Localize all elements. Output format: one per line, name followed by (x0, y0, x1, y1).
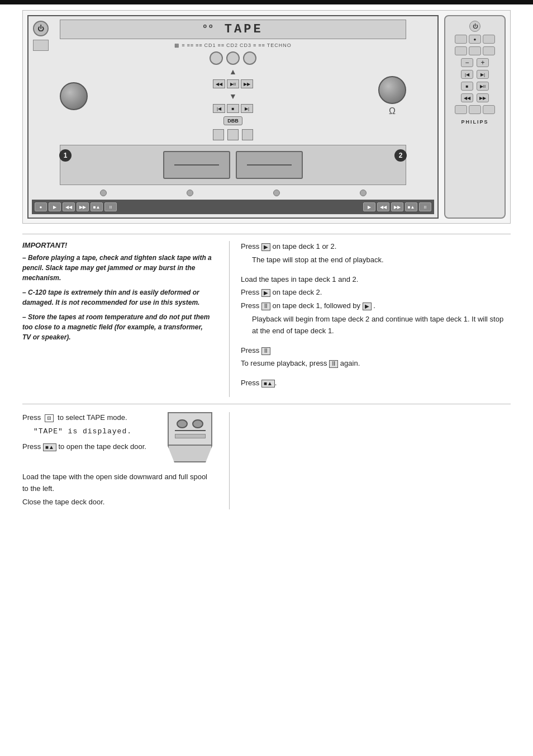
tape-cassette-image (168, 412, 212, 462)
device-section: ⏻ oo TAPE ▩≡≡≡≡≡CD1≡≡CD2CD3≡≡≡TECHNO (22, 10, 511, 224)
cassette-reel-left (177, 419, 188, 428)
remote-vol-down[interactable]: − (461, 58, 473, 67)
remote-btn-5[interactable] (469, 46, 481, 55)
setup-step3: Load the tape with the open side downwar… (22, 471, 212, 495)
remote-bottom-3[interactable] (483, 105, 495, 114)
right-knob[interactable] (378, 76, 406, 104)
remote-bottom-buttons (455, 105, 495, 114)
bottom-transport-strip: ● ▶ ◀◀ ▶▶ ■▲ II ▶ ◀◀ ▶▶ ■▲ II (32, 200, 434, 214)
tape-deck-bottom (168, 446, 212, 462)
deck1-stop-eject-btn[interactable]: ■▲ (91, 202, 103, 211)
remote-power-btn[interactable]: ⏻ (469, 21, 480, 32)
remote-next-btn[interactable]: ▶| (477, 70, 489, 79)
device-display: oo TAPE (60, 20, 406, 39)
remote-bottom-2[interactable] (469, 105, 481, 114)
eject-button[interactable] (33, 40, 49, 51)
cassette-reel-right (192, 419, 203, 428)
cd2-button[interactable] (226, 51, 240, 65)
deck1-record-btn[interactable]: ● (35, 202, 47, 211)
remote-stop-btn[interactable]: ■ (461, 82, 473, 91)
play-icon-1: ▶ (261, 243, 270, 251)
next-btn[interactable]: ▶| (241, 104, 253, 113)
auto-step2: Press ▶ on tape deck 2. (241, 287, 511, 299)
deck2-stop-eject-btn[interactable]: ■▲ (405, 202, 417, 211)
remote-rew-btn[interactable]: ◀◀ (461, 93, 473, 102)
power-button-icon[interactable]: ⏻ (33, 21, 49, 36)
display-text: TAPE (225, 22, 263, 36)
pause-icon-3: II (329, 360, 338, 368)
remote-ff-btn[interactable]: ▶▶ (477, 93, 489, 102)
play-pause-btn[interactable]: ▶II (227, 79, 239, 88)
left-column: IMPORTANT! – Before playing a tape, chec… (22, 241, 212, 397)
important-bullet-2: – C-120 tape is extremely thin and is ea… (22, 287, 212, 308)
brand-label: PHILIPS (461, 119, 488, 125)
important-bullet-1: – Before playing a tape, check and tight… (22, 253, 212, 283)
top-bar (0, 0, 533, 4)
stop-btn[interactable]: ■ (227, 104, 239, 113)
setup-steps: Press ⊡ to select TAPE mode. "TAPE" is d… (22, 412, 212, 509)
pause-icon-1: II (261, 303, 270, 310)
cd1-button[interactable] (210, 51, 223, 65)
remote-vol-up[interactable]: + (477, 58, 489, 67)
square-btn-1[interactable] (213, 129, 224, 140)
bottom-section: Press ⊡ to select TAPE mode. "TAPE" is d… (22, 412, 511, 509)
press-label-5: Press (241, 379, 259, 387)
remote-top-buttons: ● (455, 35, 495, 44)
remote-btn-6[interactable] (483, 46, 495, 55)
source-selector-icon: ⊡ (45, 414, 54, 422)
auto-step3-note: Playback will begin from tape deck 2 and… (241, 314, 511, 337)
pause-step2: To resume playback, press II again. (241, 358, 511, 370)
deck2-pause-btn[interactable]: II (419, 202, 431, 211)
dbb-button[interactable]: DBB (223, 116, 242, 125)
play-icon-2: ▶ (261, 289, 270, 297)
remote-btn-4[interactable] (455, 46, 467, 55)
remote-second-row (455, 46, 495, 55)
press-label-2: Press (241, 288, 259, 296)
deck2-ff-btn[interactable]: ▶▶ (391, 202, 403, 211)
fast-forward-btn[interactable]: ▶▶ (241, 79, 253, 88)
auto-reverse-block: Load the tapes in tape deck 1 and 2. Pre… (241, 274, 511, 337)
deck1-rew-btn[interactable]: ◀◀ (63, 202, 75, 211)
remote-bottom-1[interactable] (455, 105, 467, 114)
on-deck2-text: on tape deck 2. (272, 288, 322, 296)
prev-btn[interactable]: |◀ (213, 104, 225, 113)
cd3-button[interactable] (243, 51, 256, 65)
deck1-pause-btn[interactable]: II (104, 202, 117, 211)
cassette-tape-strip (175, 430, 206, 431)
deck1-play-btn[interactable]: ▶ (49, 202, 61, 211)
deck2-play-btn[interactable]: ▶ (363, 202, 375, 211)
pause-icon-2: II (261, 347, 270, 355)
stop-block: Press ■▲. (241, 377, 511, 389)
deck2-badge: 2 (394, 149, 407, 162)
remote-prev-btn[interactable]: |◀ (461, 70, 473, 79)
stop-step1: Press ■▲. (241, 377, 511, 389)
indicator-3 (273, 190, 280, 196)
cassette-label (175, 434, 206, 438)
main-unit: ⏻ oo TAPE ▩≡≡≡≡≡CD1≡≡CD2CD3≡≡≡TECHNO (27, 15, 439, 219)
remote-btn-3[interactable] (483, 35, 495, 44)
deck2-rew-btn[interactable]: ◀◀ (377, 202, 389, 211)
press-label-setup: Press (22, 413, 41, 422)
to-select-tape-text: to select TAPE mode. (58, 413, 127, 422)
remote-play-pause-btn[interactable]: ▶II (477, 82, 489, 91)
left-knob[interactable] (60, 82, 88, 110)
on-tape-deck-text: on tape deck 1 or 2. (272, 242, 336, 251)
display-subtitle: ▩≡≡≡≡≡CD1≡≡CD2CD3≡≡≡TECHNO (60, 42, 406, 48)
auto-step1: Load the tapes in tape deck 1 and 2. (241, 274, 511, 286)
indicator-1 (100, 190, 107, 196)
remote-btn-1[interactable] (455, 35, 467, 44)
important-bullet-3: – Store the tapes at room temperature an… (22, 312, 212, 342)
remote-btn-2[interactable]: ● (469, 35, 481, 44)
rewind-btn[interactable]: ◀◀ (213, 79, 225, 88)
square-btn-3[interactable] (242, 129, 253, 140)
indicator-2 (187, 190, 193, 196)
pause-block: Press II To resume playback, press II ag… (241, 345, 511, 370)
on-deck1-text: on tape deck 1, followed by (272, 301, 362, 310)
playback-note: The tape will stop at the end of playbac… (241, 254, 511, 266)
play-icon-3: ▶ (363, 303, 372, 310)
press-label-4: Press (241, 346, 259, 355)
display-prefix: oo (203, 23, 215, 30)
square-btn-2[interactable] (227, 129, 239, 140)
playback-block: Press ▶ on tape deck 1 or 2. The tape wi… (241, 241, 511, 266)
deck1-ff-btn[interactable]: ▶▶ (77, 202, 89, 211)
